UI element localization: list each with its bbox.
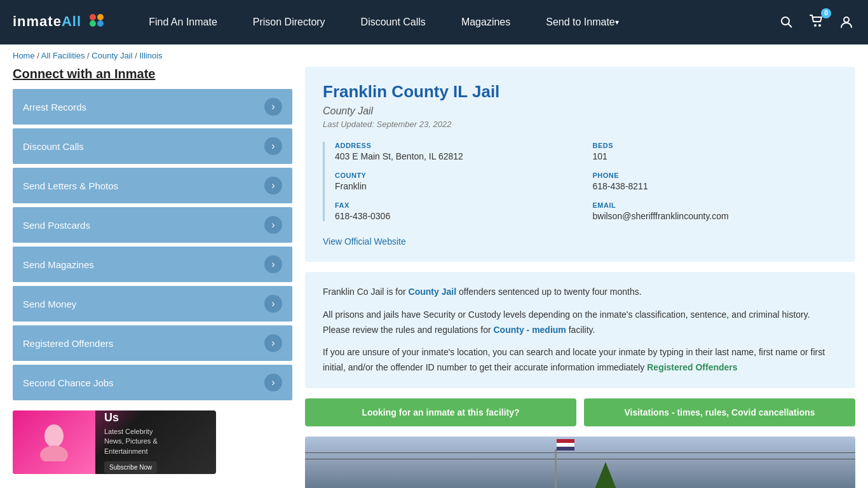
user-icon bbox=[840, 16, 853, 29]
arrow-icon: › bbox=[264, 98, 282, 116]
arrow-icon: › bbox=[264, 255, 282, 273]
arrow-icon: › bbox=[264, 216, 282, 234]
action-buttons: Looking for an inmate at this facility? … bbox=[305, 398, 855, 426]
sidebar-item-discount-calls[interactable]: Discount Calls › bbox=[13, 128, 292, 164]
arrow-icon: › bbox=[264, 374, 282, 391]
flag bbox=[557, 439, 574, 451]
sidebar-item-send-magazines[interactable]: Send Magazines › bbox=[13, 247, 292, 282]
description-area: Franklin Co Jail is for County Jail offe… bbox=[305, 272, 855, 388]
inmate-search-button[interactable]: Looking for an inmate at this facility? bbox=[305, 398, 576, 426]
ad-person-icon bbox=[35, 423, 73, 461]
county-value: Franklin bbox=[335, 181, 580, 191]
logo-text: inmateAll bbox=[13, 13, 105, 31]
breadcrumb-illinois[interactable]: Illinois bbox=[139, 51, 162, 60]
search-button[interactable] bbox=[778, 13, 796, 31]
arrow-icon: › bbox=[264, 177, 282, 194]
email-block: EMAIL bwilson@sherifffranklincounty.com bbox=[593, 201, 838, 221]
breadcrumb: Home / All Facilities / County Jail / Il… bbox=[0, 44, 868, 67]
navbar-links: Find An Inmate Prison Directory Discount… bbox=[131, 0, 778, 44]
search-icon bbox=[780, 16, 793, 29]
user-button[interactable] bbox=[837, 13, 855, 31]
svg-point-7 bbox=[818, 24, 821, 27]
nav-find-inmate[interactable]: Find An Inmate bbox=[131, 0, 235, 44]
nav-send-to-inmate[interactable]: Send to Inmate bbox=[528, 0, 637, 44]
facility-photo bbox=[305, 437, 855, 488]
phone-value: 618-438-8211 bbox=[593, 181, 838, 191]
facility-updated: Last Updated: September 23, 2022 bbox=[323, 119, 837, 129]
svg-point-1 bbox=[97, 14, 104, 20]
address-block: ADDRESS 403 E Main St, Benton, IL 62812 bbox=[335, 142, 580, 161]
cart-badge-count: 0 bbox=[821, 8, 831, 18]
sidebar-item-send-letters-photos[interactable]: Send Letters & Photos › bbox=[13, 168, 292, 203]
registered-offenders-link[interactable]: Registered Offenders bbox=[647, 362, 737, 372]
logo[interactable]: inmateAll bbox=[13, 13, 105, 31]
facility-type: County Jail bbox=[323, 105, 837, 117]
navbar-right: 0 bbox=[778, 12, 855, 33]
wire-decoration bbox=[305, 452, 855, 453]
sidebar-item-send-money[interactable]: Send Money › bbox=[13, 286, 292, 322]
facility-details: ADDRESS 403 E Main St, Benton, IL 62812 … bbox=[323, 142, 837, 221]
svg-point-9 bbox=[44, 424, 64, 447]
nav-discount-calls[interactable]: Discount Calls bbox=[343, 0, 444, 44]
facility-name: Franklin County IL Jail bbox=[323, 82, 837, 102]
beds-block: BEDS 101 bbox=[593, 142, 838, 161]
svg-point-4 bbox=[782, 17, 789, 25]
sidebar-item-registered-offenders[interactable]: Registered Offenders › bbox=[13, 325, 292, 361]
arrow-icon: › bbox=[264, 334, 282, 352]
breadcrumb-county-jail[interactable]: County Jail bbox=[92, 51, 132, 60]
email-value: bwilson@sherifffranklincounty.com bbox=[593, 211, 838, 221]
facility-card: Franklin County IL Jail County Jail Last… bbox=[305, 67, 855, 262]
phone-block: PHONE 618-438-8211 bbox=[593, 172, 838, 191]
content-area: Franklin County IL Jail County Jail Last… bbox=[305, 67, 855, 488]
county-jail-link[interactable]: County Jail bbox=[409, 287, 456, 297]
breadcrumb-home[interactable]: Home bbox=[13, 51, 35, 60]
ad-image bbox=[13, 410, 95, 474]
svg-point-6 bbox=[814, 24, 817, 27]
tree bbox=[593, 462, 618, 488]
navbar: inmateAll Find An Inmate Prison Director… bbox=[0, 0, 868, 44]
address-value: 403 E Main St, Benton, IL 62812 bbox=[335, 151, 580, 161]
sidebar-item-send-postcards[interactable]: Send Postcards › bbox=[13, 207, 292, 243]
visitations-button[interactable]: Visitations - times, rules, Covid cancel… bbox=[584, 398, 855, 426]
svg-point-0 bbox=[90, 14, 96, 20]
arrow-icon: › bbox=[264, 137, 282, 155]
description-para1: Franklin Co Jail is for County Jail offe… bbox=[323, 285, 837, 300]
sidebar-ad[interactable]: Us Latest CelebrityNews, Pictures &Enter… bbox=[13, 410, 216, 474]
nav-magazines[interactable]: Magazines bbox=[444, 0, 528, 44]
fax-block: FAX 618-438-0306 bbox=[335, 201, 580, 221]
description-para2: All prisons and jails have Security or C… bbox=[323, 308, 837, 338]
sidebar-title: Connect with an Inmate bbox=[13, 67, 292, 81]
flag-pole bbox=[555, 449, 557, 488]
view-website-link[interactable]: View Official Website bbox=[323, 236, 406, 247]
logo-icon bbox=[88, 13, 105, 27]
cart-button[interactable]: 0 bbox=[807, 12, 826, 33]
svg-point-8 bbox=[844, 17, 849, 22]
svg-point-10 bbox=[40, 445, 68, 461]
fax-value: 618-438-0306 bbox=[335, 211, 580, 221]
nav-prison-directory[interactable]: Prison Directory bbox=[235, 0, 343, 44]
svg-line-5 bbox=[789, 24, 792, 28]
sidebar-item-arrest-records[interactable]: Arrest Records › bbox=[13, 89, 292, 125]
wire-decoration-2 bbox=[305, 459, 855, 459]
description-para3: If you are unsure of your inmate's locat… bbox=[323, 345, 837, 376]
svg-point-2 bbox=[90, 20, 96, 27]
ad-text: Us Latest CelebrityNews, Pictures &Enter… bbox=[95, 410, 166, 474]
county-block: COUNTY Franklin bbox=[335, 172, 580, 191]
beds-value: 101 bbox=[593, 151, 838, 161]
breadcrumb-all-facilities[interactable]: All Facilities bbox=[41, 51, 85, 60]
svg-point-3 bbox=[97, 20, 104, 27]
subscribe-button[interactable]: Subscribe Now bbox=[104, 461, 157, 473]
county-medium-link[interactable]: County - medium bbox=[493, 325, 566, 335]
arrow-icon: › bbox=[264, 295, 282, 313]
sidebar-item-second-chance-jobs[interactable]: Second Chance Jobs › bbox=[13, 365, 292, 400]
main-layout: Connect with an Inmate Arrest Records › … bbox=[0, 67, 868, 488]
sidebar: Connect with an Inmate Arrest Records › … bbox=[13, 67, 292, 488]
